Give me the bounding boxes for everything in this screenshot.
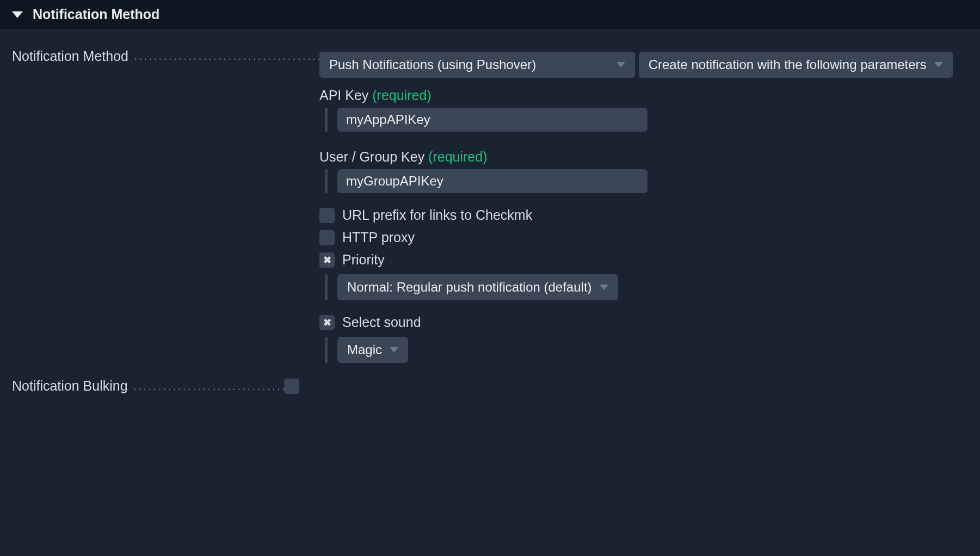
- params-select[interactable]: Create notification with the following p…: [639, 52, 953, 78]
- sound-checkbox[interactable]: [319, 315, 335, 330]
- bulking-label-wrap: Notification Bulking ...................…: [12, 378, 284, 394]
- section-title: Notification Method: [33, 7, 159, 22]
- bulking-checkbox[interactable]: [284, 379, 299, 394]
- indent-bar: [325, 169, 328, 193]
- sound-label: Select sound: [342, 314, 421, 330]
- notification-method-row: Notification Method ....................…: [12, 44, 968, 363]
- group-key-required: (required): [428, 149, 487, 164]
- api-key-field: API Key (required): [319, 88, 968, 132]
- api-key-label-wrap: API Key (required): [319, 88, 968, 103]
- url-prefix-row: URL prefix for links to Checkmk: [319, 207, 968, 223]
- chevron-down-icon: [934, 62, 943, 67]
- method-label: Notification Method: [12, 48, 134, 64]
- bulking-label: Notification Bulking: [12, 378, 133, 394]
- method-select[interactable]: Push Notifications (using Pushover): [319, 52, 635, 78]
- group-key-label: User / Group Key: [319, 149, 424, 164]
- method-label-wrap: Notification Method ....................…: [12, 44, 319, 68]
- group-key-field: User / Group Key (required): [319, 149, 968, 193]
- priority-row: Priority: [319, 252, 968, 268]
- bulking-row: Notification Bulking ...................…: [12, 378, 968, 394]
- sound-row: Select sound: [319, 314, 968, 330]
- params-select-value: Create notification with the following p…: [649, 57, 927, 72]
- url-prefix-label: URL prefix for links to Checkmk: [342, 207, 532, 223]
- api-key-indent: [319, 108, 968, 132]
- sound-select-value: Magic: [347, 342, 382, 357]
- chevron-down-icon: [390, 347, 398, 353]
- label-dots: ........................................…: [133, 379, 284, 393]
- group-key-label-wrap: User / Group Key (required): [319, 149, 968, 165]
- group-key-indent: [319, 169, 968, 193]
- url-prefix-checkbox[interactable]: [319, 208, 335, 223]
- http-proxy-checkbox[interactable]: [319, 230, 335, 245]
- sound-select[interactable]: Magic: [337, 337, 408, 363]
- label-dots: ........................................…: [134, 49, 319, 63]
- priority-label: Priority: [342, 252, 385, 268]
- api-key-label: API Key: [319, 88, 368, 103]
- http-proxy-label: HTTP proxy: [342, 230, 415, 245]
- chevron-down-icon: [617, 62, 625, 67]
- method-select-value: Push Notifications (using Pushover): [329, 57, 536, 72]
- indent-bar: [325, 337, 328, 363]
- indent-bar: [325, 108, 328, 132]
- method-controls: Push Notifications (using Pushover) Crea…: [319, 44, 968, 363]
- api-key-input[interactable]: [337, 108, 648, 132]
- group-key-input[interactable]: [337, 169, 648, 193]
- priority-indent: Normal: Regular push notification (defau…: [319, 274, 968, 300]
- form-content: Notification Method ....................…: [0, 29, 980, 409]
- api-key-required: (required): [372, 88, 431, 103]
- priority-select[interactable]: Normal: Regular push notification (defau…: [337, 274, 618, 300]
- http-proxy-row: HTTP proxy: [319, 230, 968, 245]
- chevron-down-icon: [600, 285, 608, 290]
- priority-checkbox[interactable]: [319, 252, 335, 268]
- priority-select-value: Normal: Regular push notification (defau…: [347, 280, 592, 295]
- sound-indent: Magic: [319, 337, 968, 363]
- indent-bar: [325, 274, 328, 300]
- collapse-icon: [12, 11, 23, 18]
- section-header[interactable]: Notification Method: [0, 0, 980, 29]
